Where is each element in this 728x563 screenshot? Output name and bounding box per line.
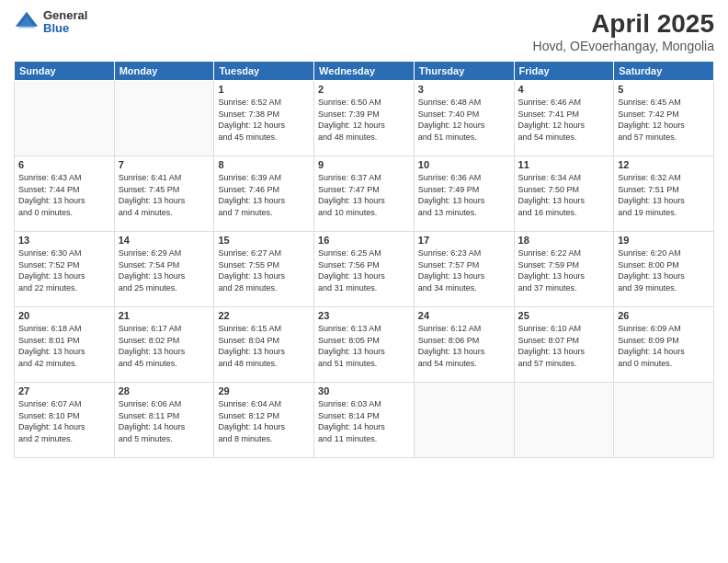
day-number: 8 [218, 159, 310, 170]
day-info: Sunrise: 6:23 AM Sunset: 7:57 PM Dayligh… [418, 247, 510, 293]
calendar-cell: 29Sunrise: 6:04 AM Sunset: 8:12 PM Dayli… [214, 383, 314, 458]
title-block: April 2025 Hovd, OEvoerhangay, Mongolia [533, 9, 714, 53]
calendar-cell: 28Sunrise: 6:06 AM Sunset: 8:11 PM Dayli… [114, 383, 214, 458]
day-info: Sunrise: 6:25 AM Sunset: 7:56 PM Dayligh… [318, 247, 410, 293]
calendar-cell: 15Sunrise: 6:27 AM Sunset: 7:55 PM Dayli… [214, 232, 314, 307]
day-number: 6 [18, 159, 110, 170]
day-info: Sunrise: 6:34 AM Sunset: 7:50 PM Dayligh… [518, 172, 610, 218]
day-info: Sunrise: 6:04 AM Sunset: 8:12 PM Dayligh… [218, 398, 310, 444]
day-info: Sunrise: 6:32 AM Sunset: 7:51 PM Dayligh… [618, 172, 710, 218]
calendar-title: April 2025 [533, 9, 714, 39]
day-info: Sunrise: 6:41 AM Sunset: 7:45 PM Dayligh… [119, 172, 210, 218]
day-number: 24 [418, 310, 510, 321]
day-number: 9 [318, 159, 410, 170]
calendar-cell: 2Sunrise: 6:50 AM Sunset: 7:39 PM Daylig… [314, 81, 415, 156]
day-number: 23 [318, 310, 410, 321]
logo-icon [14, 9, 40, 35]
calendar-subtitle: Hovd, OEvoerhangay, Mongolia [533, 39, 714, 53]
calendar-cell: 21Sunrise: 6:17 AM Sunset: 8:02 PM Dayli… [114, 307, 214, 383]
day-number: 27 [18, 385, 110, 396]
week-row-1: 6Sunrise: 6:43 AM Sunset: 7:44 PM Daylig… [15, 156, 714, 232]
day-number: 22 [218, 310, 310, 321]
logo-blue-text: Blue [43, 22, 87, 35]
calendar-cell: 22Sunrise: 6:15 AM Sunset: 8:04 PM Dayli… [214, 307, 314, 383]
day-number: 19 [618, 235, 710, 246]
calendar-table: Sunday Monday Tuesday Wednesday Thursday… [14, 61, 714, 458]
calendar-cell: 12Sunrise: 6:32 AM Sunset: 7:51 PM Dayli… [614, 156, 714, 232]
calendar-cell: 4Sunrise: 6:46 AM Sunset: 7:41 PM Daylig… [514, 81, 614, 156]
day-number: 25 [518, 310, 610, 321]
day-info: Sunrise: 6:09 AM Sunset: 8:09 PM Dayligh… [618, 323, 710, 369]
day-number: 12 [618, 159, 710, 170]
day-number: 16 [318, 235, 410, 246]
week-row-4: 27Sunrise: 6:07 AM Sunset: 8:10 PM Dayli… [15, 383, 714, 458]
day-info: Sunrise: 6:06 AM Sunset: 8:11 PM Dayligh… [119, 398, 210, 444]
calendar-cell [15, 81, 115, 156]
calendar-cell: 9Sunrise: 6:37 AM Sunset: 7:47 PM Daylig… [314, 156, 415, 232]
day-info: Sunrise: 6:22 AM Sunset: 7:59 PM Dayligh… [518, 247, 610, 293]
day-number: 17 [418, 235, 510, 246]
week-row-2: 13Sunrise: 6:30 AM Sunset: 7:52 PM Dayli… [15, 232, 714, 307]
day-number: 1 [218, 84, 310, 95]
header-thursday: Thursday [414, 62, 514, 81]
calendar-cell [414, 383, 514, 458]
header: General Blue April 2025 Hovd, OEvoerhang… [14, 9, 714, 53]
calendar-cell: 6Sunrise: 6:43 AM Sunset: 7:44 PM Daylig… [15, 156, 115, 232]
day-info: Sunrise: 6:18 AM Sunset: 8:01 PM Dayligh… [18, 323, 110, 369]
header-saturday: Saturday [614, 62, 714, 81]
day-info: Sunrise: 6:30 AM Sunset: 7:52 PM Dayligh… [18, 247, 110, 293]
day-info: Sunrise: 6:29 AM Sunset: 7:54 PM Dayligh… [119, 247, 210, 293]
day-number: 2 [318, 84, 410, 95]
week-row-0: 1Sunrise: 6:52 AM Sunset: 7:38 PM Daylig… [15, 81, 714, 156]
day-info: Sunrise: 6:15 AM Sunset: 8:04 PM Dayligh… [218, 323, 310, 369]
day-number: 4 [518, 84, 610, 95]
weekday-header-row: Sunday Monday Tuesday Wednesday Thursday… [15, 62, 714, 81]
calendar-cell: 26Sunrise: 6:09 AM Sunset: 8:09 PM Dayli… [614, 307, 714, 383]
week-row-3: 20Sunrise: 6:18 AM Sunset: 8:01 PM Dayli… [15, 307, 714, 383]
calendar-cell: 27Sunrise: 6:07 AM Sunset: 8:10 PM Dayli… [15, 383, 115, 458]
day-info: Sunrise: 6:46 AM Sunset: 7:41 PM Dayligh… [518, 97, 610, 143]
calendar-cell [114, 81, 214, 156]
day-number: 13 [18, 235, 110, 246]
day-info: Sunrise: 6:27 AM Sunset: 7:55 PM Dayligh… [218, 247, 310, 293]
calendar-cell: 18Sunrise: 6:22 AM Sunset: 7:59 PM Dayli… [514, 232, 614, 307]
header-monday: Monday [114, 62, 214, 81]
day-number: 11 [518, 159, 610, 170]
day-number: 28 [119, 385, 210, 396]
calendar-cell: 7Sunrise: 6:41 AM Sunset: 7:45 PM Daylig… [114, 156, 214, 232]
day-number: 26 [618, 310, 710, 321]
day-info: Sunrise: 6:12 AM Sunset: 8:06 PM Dayligh… [418, 323, 510, 369]
calendar-cell: 17Sunrise: 6:23 AM Sunset: 7:57 PM Dayli… [414, 232, 514, 307]
day-info: Sunrise: 6:48 AM Sunset: 7:40 PM Dayligh… [418, 97, 510, 143]
calendar-cell [614, 383, 714, 458]
day-info: Sunrise: 6:45 AM Sunset: 7:42 PM Dayligh… [618, 97, 710, 143]
day-info: Sunrise: 6:13 AM Sunset: 8:05 PM Dayligh… [318, 323, 410, 369]
calendar-cell: 5Sunrise: 6:45 AM Sunset: 7:42 PM Daylig… [614, 81, 714, 156]
day-number: 21 [119, 310, 210, 321]
day-info: Sunrise: 6:20 AM Sunset: 8:00 PM Dayligh… [618, 247, 710, 293]
calendar-cell: 3Sunrise: 6:48 AM Sunset: 7:40 PM Daylig… [414, 81, 514, 156]
calendar-cell: 25Sunrise: 6:10 AM Sunset: 8:07 PM Dayli… [514, 307, 614, 383]
day-info: Sunrise: 6:03 AM Sunset: 8:14 PM Dayligh… [318, 398, 410, 444]
header-wednesday: Wednesday [314, 62, 415, 81]
day-info: Sunrise: 6:43 AM Sunset: 7:44 PM Dayligh… [18, 172, 110, 218]
day-number: 30 [318, 385, 410, 396]
logo: General Blue [14, 9, 87, 36]
calendar-cell: 20Sunrise: 6:18 AM Sunset: 8:01 PM Dayli… [15, 307, 115, 383]
calendar-cell: 1Sunrise: 6:52 AM Sunset: 7:38 PM Daylig… [214, 81, 314, 156]
day-number: 7 [119, 159, 210, 170]
day-number: 15 [218, 235, 310, 246]
header-sunday: Sunday [15, 62, 115, 81]
day-number: 10 [418, 159, 510, 170]
day-number: 18 [518, 235, 610, 246]
day-number: 20 [18, 310, 110, 321]
calendar-cell: 19Sunrise: 6:20 AM Sunset: 8:00 PM Dayli… [614, 232, 714, 307]
logo-general-text: General [43, 9, 87, 22]
header-friday: Friday [514, 62, 614, 81]
calendar-cell: 30Sunrise: 6:03 AM Sunset: 8:14 PM Dayli… [314, 383, 415, 458]
calendar-cell: 13Sunrise: 6:30 AM Sunset: 7:52 PM Dayli… [15, 232, 115, 307]
day-info: Sunrise: 6:52 AM Sunset: 7:38 PM Dayligh… [218, 97, 310, 143]
day-info: Sunrise: 6:39 AM Sunset: 7:46 PM Dayligh… [218, 172, 310, 218]
calendar-cell: 23Sunrise: 6:13 AM Sunset: 8:05 PM Dayli… [314, 307, 415, 383]
day-info: Sunrise: 6:17 AM Sunset: 8:02 PM Dayligh… [119, 323, 210, 369]
